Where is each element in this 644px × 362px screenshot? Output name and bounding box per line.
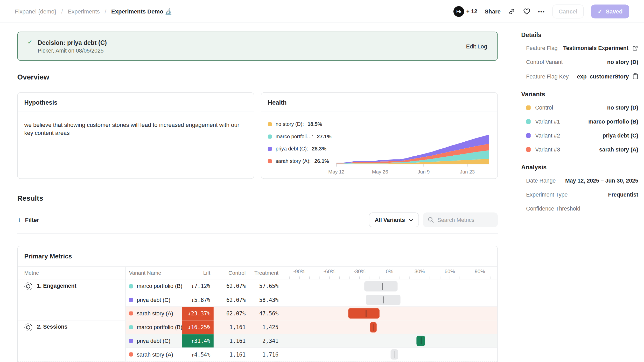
metric-row[interactable]: priya debt (C)↓5.87%62.07%58.43% — [126, 293, 498, 306]
clipboard-icon[interactable] — [633, 73, 638, 79]
detail-value: Testimonials Experiment — [559, 45, 628, 51]
decision-text: Decision: priya debt (C) Picker, Amit on… — [38, 39, 107, 54]
variants-dropdown[interactable]: All Variants — [369, 213, 419, 227]
variants-dropdown-value: All Variants — [375, 217, 405, 223]
search-metrics — [423, 213, 498, 227]
metric-row[interactable]: sarah story (A)↓23.37%62.07%47.56% — [126, 306, 498, 320]
health-chart: May 12May 26Jun 9Jun 23 — [336, 121, 489, 174]
variant-row: Variant #1marco portfolio (B) — [521, 119, 638, 125]
more-options-icon[interactable]: ••• — [538, 8, 545, 14]
legend-swatch — [268, 135, 272, 139]
legend-label: marco portfoli…: — [276, 134, 313, 139]
breadcrumb-experiments[interactable]: Experiments — [68, 8, 100, 15]
hypothesis-card: Hypothesis we believe that showing custo… — [17, 92, 254, 179]
axis-label: 0% — [386, 269, 393, 274]
breadcrumb: Fixpanel {demo} / Experiments / Experime… — [15, 8, 172, 15]
ci-mean-tick — [373, 324, 374, 331]
variant-color-dot — [129, 311, 133, 315]
metric-cell: 2. Sessions — [18, 320, 126, 361]
variant-name: sarah story (A) — [137, 351, 173, 358]
axis-tick — [480, 277, 480, 279]
treatment-value: 58.43% — [249, 297, 282, 303]
axis-tick — [309, 277, 310, 279]
column-treatment: Treatment — [249, 270, 282, 276]
results-heading: Results — [17, 194, 498, 202]
metric-row[interactable]: marco portfolio (B)↓7.12%62.07%57.65% — [126, 279, 498, 293]
detail-row: Control Variantno story (D) — [521, 59, 638, 65]
axis-tick — [339, 277, 340, 279]
copy-link-icon[interactable] — [508, 8, 516, 15]
legend-value: 28.3% — [312, 146, 326, 152]
variant-color-dot — [129, 352, 133, 357]
lift-value: ↓5.87% — [182, 293, 214, 307]
collaborators[interactable]: Fk + 12 — [453, 6, 477, 17]
breadcrumb-separator: / — [61, 8, 63, 15]
column-control: Control — [214, 270, 249, 276]
ci-bar — [370, 322, 376, 332]
ci-bar — [348, 308, 380, 319]
metric-row[interactable]: marco portfolio (B)↓16.25%1,1611,425 — [126, 320, 498, 334]
axis-tick — [410, 277, 410, 279]
cancel-button[interactable]: Cancel — [552, 4, 584, 18]
variant-cell: priya debt (C) — [126, 338, 182, 344]
overview-cards: Hypothesis we believe that showing custo… — [17, 92, 498, 179]
axis-tick — [289, 277, 290, 279]
share-button[interactable]: Share — [485, 8, 501, 15]
axis-label: -60% — [323, 269, 335, 274]
variant-row: Controlno story (D) — [521, 105, 638, 111]
lift-value: ↑4.54% — [182, 348, 214, 361]
details-rows: Feature FlagTestimonials ExperimentContr… — [521, 45, 638, 79]
breadcrumb-project[interactable]: Fixpanel {demo} — [15, 8, 56, 15]
add-metric-button[interactable]: + Add — [18, 361, 497, 362]
lift-value: ↓16.25% — [182, 320, 214, 334]
variant-label: Variant #3 — [535, 147, 560, 153]
health-body: no story (D): 18.5%marco portfoli…: 27.1… — [261, 112, 498, 174]
favorite-heart-icon[interactable] — [523, 8, 531, 15]
analysis-label: Date Range — [526, 178, 556, 184]
variant-value: sarah story (A) — [595, 147, 638, 153]
analysis-value: Frequentist — [604, 192, 638, 198]
variant-cell: marco portfolio (B) — [126, 324, 182, 330]
health-legend: no story (D): 18.5%marco portfoli…: 27.1… — [268, 121, 337, 174]
variant-swatch — [526, 105, 530, 110]
variant-name: marco portfolio (B) — [137, 283, 182, 289]
health-title: Health — [261, 93, 498, 112]
ci-bar — [365, 281, 398, 291]
ci-chart-cell — [282, 293, 498, 307]
external-link-icon[interactable] — [632, 45, 638, 51]
variant-name: priya debt (C) — [137, 338, 171, 344]
variants-rows: Controlno story (D)Variant #1marco portf… — [521, 105, 638, 153]
primary-metrics-card: Primary Metrics Metric Variant Name Lift… — [17, 246, 498, 362]
axis-tick — [470, 277, 470, 279]
legend-swatch — [268, 147, 272, 151]
ci-bar — [366, 295, 401, 305]
health-card: Health no story (D): 18.5%marco portfoli… — [261, 92, 498, 179]
treatment-value: 2,341 — [249, 338, 282, 344]
decision-check-icon: ✓ — [27, 39, 32, 45]
control-value: 1,161 — [214, 324, 249, 330]
legend-swatch — [268, 159, 272, 163]
health-legend-item: sarah story (A): 26.1% — [268, 158, 337, 164]
search-metrics-input[interactable] — [423, 213, 498, 227]
edit-log-button[interactable]: Edit Log — [466, 43, 487, 49]
results-divider — [17, 233, 498, 234]
analysis-section: Analysis Date RangeMay 12, 2025 – Jun 30… — [521, 164, 638, 212]
main-content: ✓ Decision: priya debt (C) Picker, Amit … — [0, 23, 515, 362]
lift-value: ↑31.4% — [182, 334, 214, 347]
ci-mean-tick — [421, 337, 421, 344]
detail-value: exp_customerStory — [573, 73, 629, 79]
breadcrumb-current: Experiments Demo 🔬 — [111, 8, 172, 15]
metric-row[interactable]: sarah story (A)↑4.54%1,1611,716 — [126, 347, 498, 361]
axis-tick — [440, 277, 440, 279]
saved-button[interactable]: ✓ Saved — [591, 4, 629, 18]
metric-target-icon — [24, 323, 32, 331]
axis-label: -30% — [353, 269, 365, 274]
add-filter-button[interactable]: + Filter — [17, 216, 39, 223]
axis-label: 30% — [415, 269, 425, 274]
variant-color-dot — [129, 339, 133, 343]
avatar[interactable]: Fk — [453, 6, 464, 17]
decision-banner: ✓ Decision: priya debt (C) Picker, Amit … — [17, 32, 498, 61]
metric-row[interactable]: priya debt (C)↑31.4%1,1612,341 — [126, 334, 498, 347]
metric-rows: marco portfolio (B)↓16.25%1,1611,425priy… — [126, 320, 498, 361]
variant-name: marco portfolio (B) — [137, 324, 182, 330]
